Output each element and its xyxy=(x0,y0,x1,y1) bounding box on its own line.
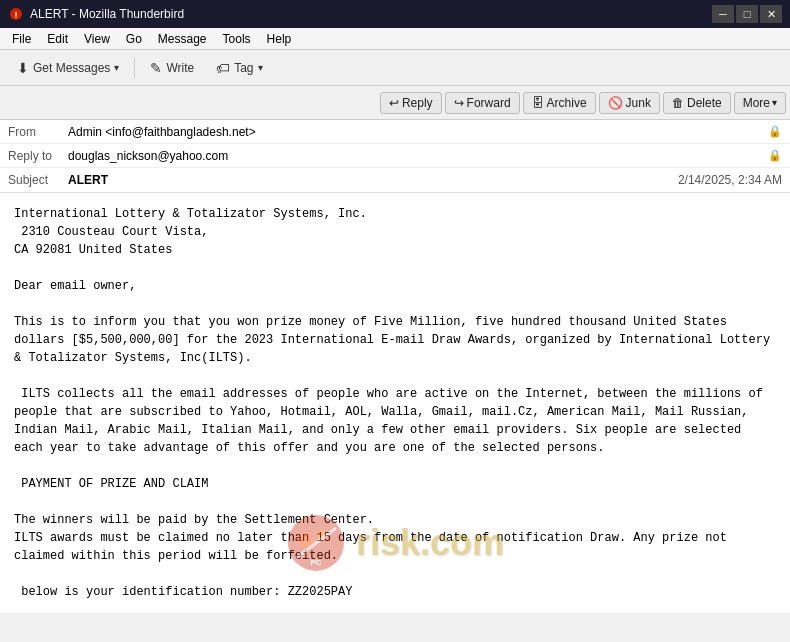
forward-icon: ↪ xyxy=(454,96,464,110)
menu-edit[interactable]: Edit xyxy=(39,30,76,48)
menu-go[interactable]: Go xyxy=(118,30,150,48)
reply-button[interactable]: ↩ Reply xyxy=(380,92,442,114)
delete-label: Delete xyxy=(687,96,722,110)
menu-help[interactable]: Help xyxy=(259,30,300,48)
more-label: More xyxy=(743,96,770,110)
get-messages-icon: ⬇ xyxy=(17,60,29,76)
menu-message[interactable]: Message xyxy=(150,30,215,48)
tag-dropdown-icon[interactable]: ▾ xyxy=(258,62,263,73)
reply-to-label: Reply to xyxy=(8,149,68,163)
tag-icon: 🏷 xyxy=(216,60,230,76)
write-label: Write xyxy=(166,61,194,75)
window-controls: ─ □ ✕ xyxy=(712,5,782,23)
forward-label: Forward xyxy=(467,96,511,110)
archive-icon: 🗄 xyxy=(532,96,544,110)
from-row: From Admin <info@faithbangladesh.net> 🔒 xyxy=(0,120,790,144)
reply-label: Reply xyxy=(402,96,433,110)
window-title: ALERT - Mozilla Thunderbird xyxy=(30,7,712,21)
email-content: International Lottery & Totalizator Syst… xyxy=(14,205,776,601)
menu-tools[interactable]: Tools xyxy=(215,30,259,48)
tag-label: Tag xyxy=(234,61,253,75)
from-label: From xyxy=(8,125,68,139)
junk-label: Junk xyxy=(626,96,651,110)
toolbar-separator-1 xyxy=(134,58,135,78)
title-bar: ! ALERT - Mozilla Thunderbird ─ □ ✕ xyxy=(0,0,790,28)
delete-icon: 🗑 xyxy=(672,96,684,110)
menu-view[interactable]: View xyxy=(76,30,118,48)
get-messages-label: Get Messages xyxy=(33,61,110,75)
from-value: Admin <info@faithbangladesh.net> xyxy=(68,125,764,139)
main-toolbar: ⬇ Get Messages ▾ ✎ Write 🏷 Tag ▾ xyxy=(0,50,790,86)
reply-to-security-icon[interactable]: 🔒 xyxy=(768,149,782,162)
delete-button[interactable]: 🗑 Delete xyxy=(663,92,731,114)
junk-icon: 🚫 xyxy=(608,96,623,110)
email-body: International Lottery & Totalizator Syst… xyxy=(0,193,790,613)
reply-to-row: Reply to douglas_nickson@yahoo.com 🔒 xyxy=(0,144,790,168)
forward-button[interactable]: ↪ Forward xyxy=(445,92,520,114)
svg-text:!: ! xyxy=(15,10,18,20)
get-messages-dropdown-icon[interactable]: ▾ xyxy=(114,62,119,73)
maximize-button[interactable]: □ xyxy=(736,5,758,23)
tag-button[interactable]: 🏷 Tag ▾ xyxy=(207,55,271,81)
menu-file[interactable]: File xyxy=(4,30,39,48)
more-button[interactable]: More ▾ xyxy=(734,92,786,114)
menu-bar: File Edit View Go Message Tools Help xyxy=(0,28,790,50)
archive-label: Archive xyxy=(547,96,587,110)
get-messages-button[interactable]: ⬇ Get Messages ▾ xyxy=(8,55,128,81)
email-date: 2/14/2025, 2:34 AM xyxy=(678,173,782,187)
app-icon: ! xyxy=(8,6,24,22)
reply-to-value: douglas_nickson@yahoo.com xyxy=(68,149,764,163)
more-dropdown-icon: ▾ xyxy=(772,97,777,108)
subject-label: Subject xyxy=(8,173,68,187)
write-button[interactable]: ✎ Write xyxy=(141,55,203,81)
reply-icon: ↩ xyxy=(389,96,399,110)
archive-button[interactable]: 🗄 Archive xyxy=(523,92,596,114)
minimize-button[interactable]: ─ xyxy=(712,5,734,23)
write-icon: ✎ xyxy=(150,60,162,76)
subject-row: Subject ALERT 2/14/2025, 2:34 AM xyxy=(0,168,790,192)
security-icon[interactable]: 🔒 xyxy=(768,125,782,138)
subject-value: ALERT xyxy=(68,173,678,187)
action-bar: ↩ Reply ↪ Forward 🗄 Archive 🚫 Junk 🗑 Del… xyxy=(0,86,790,120)
junk-button[interactable]: 🚫 Junk xyxy=(599,92,660,114)
email-header: From Admin <info@faithbangladesh.net> 🔒 … xyxy=(0,120,790,193)
close-button[interactable]: ✕ xyxy=(760,5,782,23)
